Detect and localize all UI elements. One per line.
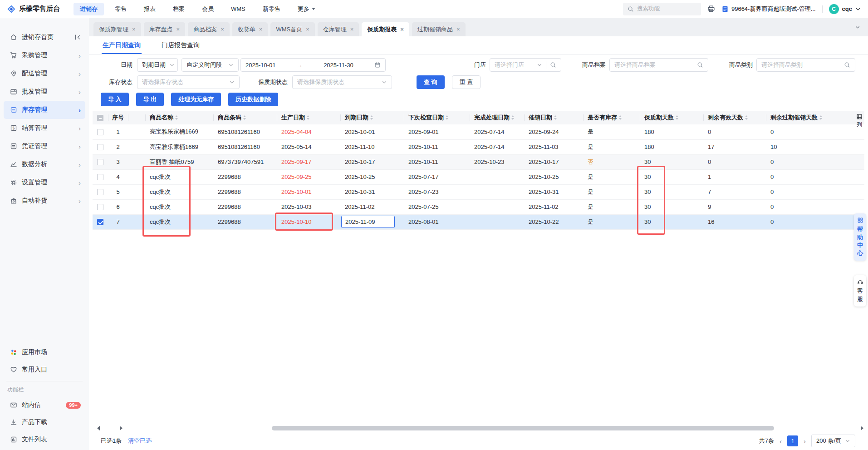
row-checkbox[interactable]: [97, 204, 103, 210]
column-header-剩余过期催销天数[interactable]: 剩余过期催销天数: [766, 111, 834, 124]
search-icon[interactable]: [844, 62, 850, 68]
nav-item-档案[interactable]: 档案: [167, 3, 191, 15]
nav-item-更多[interactable]: 更多: [291, 3, 322, 15]
subtab-production-date[interactable]: 生产日期查询: [103, 36, 141, 54]
scroll-right-icon[interactable]: [120, 426, 123, 430]
column-header-商品条码[interactable]: 商品条码: [213, 111, 277, 124]
clear-selection-link[interactable]: 清空已选: [128, 437, 152, 445]
sidebar-item-站内信[interactable]: 站内信99+: [4, 396, 85, 414]
subtab-store-report[interactable]: 门店报告查询: [162, 36, 200, 54]
expire-date-input[interactable]: 2025-11-09: [341, 216, 395, 228]
scroll-right-end-icon[interactable]: [861, 426, 863, 430]
sidebar-item-产品下载[interactable]: 产品下载: [4, 414, 85, 431]
sidebar-item-数据分析[interactable]: 数据分析›: [4, 155, 85, 173]
help-icon: [857, 217, 863, 223]
tab-close-icon[interactable]: ×: [221, 26, 224, 32]
nav-item-WMS[interactable]: WMS: [225, 3, 252, 15]
tab-收货单[interactable]: 收货单×: [232, 22, 268, 36]
tab-close-icon[interactable]: ×: [177, 26, 180, 32]
user-menu[interactable]: C cqc: [829, 4, 861, 14]
scrollbar-thumb[interactable]: [272, 426, 774, 430]
column-header-商品名称[interactable]: 商品名称: [145, 111, 213, 124]
column-header-催销日期[interactable]: 催销日期: [524, 111, 583, 124]
avatar: C: [829, 4, 839, 14]
sidebar-item-配送管理[interactable]: 配送管理›: [4, 64, 85, 83]
select-all-checkbox[interactable]: [97, 115, 103, 121]
search-icon[interactable]: [550, 62, 556, 68]
store-select[interactable]: 请选择门店: [490, 58, 561, 72]
row-checkbox[interactable]: [97, 219, 103, 225]
page-size-select[interactable]: 200 条/页: [811, 435, 855, 447]
column-header-是否有库存[interactable]: 是否有库存: [583, 111, 640, 124]
search-button[interactable]: 查 询: [417, 75, 445, 89]
sidebar-item-设置管理[interactable]: 设置管理›: [4, 173, 85, 192]
column-settings-button[interactable]: 列: [856, 114, 863, 129]
column-header-保质期天数[interactable]: 保质期天数: [640, 111, 703, 124]
global-search-input[interactable]: 搜索功能: [623, 3, 701, 15]
tab-商品档案[interactable]: 商品档案×: [188, 22, 230, 36]
sidebar-item-常用入口[interactable]: 常用入口: [4, 361, 85, 378]
tab-WMS首页[interactable]: WMS首页×: [270, 22, 314, 36]
date-range-picker[interactable]: 2025-10-01 2025-11-30: [240, 58, 386, 72]
row-checkbox[interactable]: [97, 144, 103, 150]
tab-close-icon[interactable]: ×: [306, 26, 309, 32]
sidebar-item-文件列表[interactable]: 文件列表: [4, 431, 85, 448]
row-checkbox[interactable]: [97, 174, 103, 180]
row-checkbox[interactable]: [97, 159, 103, 165]
scroll-left-icon[interactable]: [97, 426, 100, 430]
sidebar-item-采购管理[interactable]: 采购管理›: [4, 46, 85, 64]
sidebar-item-进销存首页[interactable]: 进销存首页: [4, 28, 85, 46]
nav-item-报表[interactable]: 报表: [137, 3, 162, 15]
toolbar-button-历史数据删除[interactable]: 历史数据删除: [228, 93, 278, 106]
nav-item-新零售[interactable]: 新零售: [256, 3, 287, 15]
search-icon[interactable]: [697, 62, 703, 68]
tab-库存盘点[interactable]: 库存盘点×: [144, 22, 186, 36]
sidebar-item-结算管理[interactable]: $结算管理›: [4, 119, 85, 137]
tab-保质期报表[interactable]: 保质期报表×: [362, 22, 409, 36]
row-checkbox[interactable]: [97, 129, 103, 135]
next-page-icon[interactable]: ›: [803, 437, 807, 445]
sidebar-item-库存管理[interactable]: 库存管理›: [4, 101, 85, 119]
tab-close-icon[interactable]: ×: [259, 26, 263, 32]
column-header-下次检查日期[interactable]: 下次检查日期: [404, 111, 470, 124]
toolbar-button-处理为无库存[interactable]: 处理为无库存: [171, 93, 221, 106]
company-switcher[interactable]: 99664-新界面商超版测试-管理...: [721, 5, 816, 13]
collapse-sidebar-icon[interactable]: [74, 34, 81, 40]
tab-过期催销商品[interactable]: 过期催销商品×: [412, 22, 466, 36]
date-type-select[interactable]: 到期日期: [137, 58, 178, 72]
tab-close-icon[interactable]: ×: [456, 26, 460, 32]
sidebar-item-应用市场[interactable]: 应用市场: [4, 344, 85, 361]
tab-close-icon[interactable]: ×: [132, 26, 136, 32]
column-header-完成处理日期[interactable]: 完成处理日期: [470, 111, 524, 124]
prev-page-icon[interactable]: ‹: [779, 437, 783, 445]
nav-item-零售[interactable]: 零售: [108, 3, 133, 15]
column-header-剩余有效天数[interactable]: 剩余有效天数: [703, 111, 766, 124]
tab-close-icon[interactable]: ×: [400, 26, 404, 32]
tab-overflow-button[interactable]: [852, 21, 863, 33]
reset-button[interactable]: 重 置: [452, 75, 481, 89]
toolbar-button-导入[interactable]: 导 入: [101, 93, 129, 106]
sidebar-item-凭证管理[interactable]: 凭证管理›: [4, 137, 85, 155]
column-header-到期日期[interactable]: 到期日期: [340, 111, 404, 124]
sidebar-item-自动补货[interactable]: 自动补货›: [4, 192, 85, 210]
toolbar-button-导出[interactable]: 导 出: [136, 93, 164, 106]
scrollbar-track[interactable]: [126, 426, 854, 430]
current-page[interactable]: 1: [787, 435, 798, 446]
sidebar-item-批发管理[interactable]: 批发管理›: [4, 83, 85, 101]
column-header-序号[interactable]: 序号: [108, 111, 128, 124]
help-center-button[interactable]: 帮助中心: [854, 213, 866, 261]
column-header-生产日期[interactable]: 生产日期: [277, 111, 340, 124]
nav-item-进销存[interactable]: 进销存: [74, 3, 104, 15]
shelf-status-select[interactable]: 请选择保质期状态: [292, 75, 392, 89]
tab-close-icon[interactable]: ×: [350, 26, 354, 32]
goods-select[interactable]: 请选择商品档案: [609, 58, 708, 72]
category-select[interactable]: 请选择商品类别: [756, 58, 855, 72]
customer-service-button[interactable]: 客服: [854, 275, 866, 307]
row-checkbox[interactable]: [97, 189, 103, 195]
tab-保质期管理[interactable]: 保质期管理×: [93, 22, 141, 36]
stock-status-select[interactable]: 请选择库存状态: [137, 75, 240, 89]
range-type-select[interactable]: 自定义时间段: [181, 58, 239, 72]
nav-item-会员[interactable]: 会员: [196, 3, 220, 15]
tab-仓库管理[interactable]: 仓库管理×: [318, 22, 359, 36]
printer-icon[interactable]: [707, 5, 715, 13]
